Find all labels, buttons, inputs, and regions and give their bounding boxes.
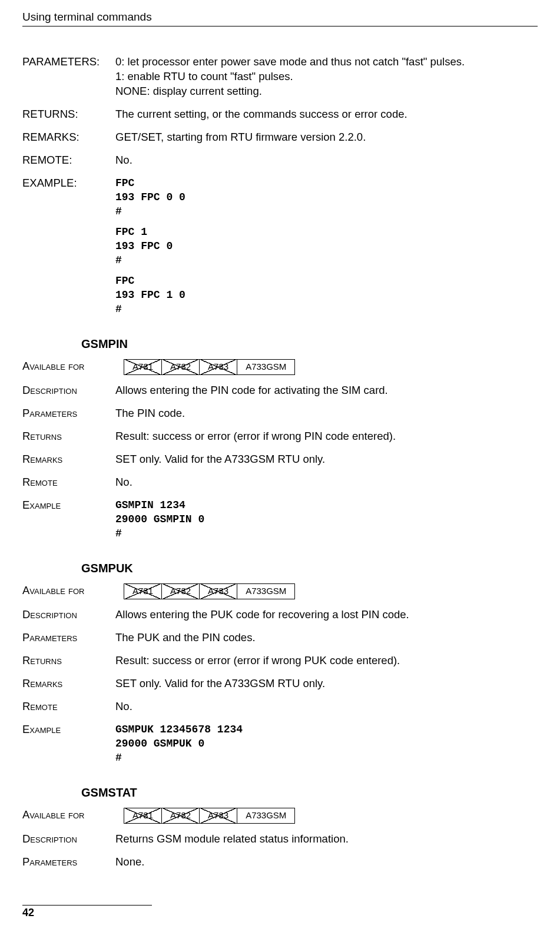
gsmpuk-remarks-value: SET only. Valid for the A733GSM RTU only…	[115, 676, 538, 691]
model-a733-cell: A733	[200, 584, 237, 598]
gsmpuk-remote-row: Remote No.	[22, 699, 538, 714]
gsmstat-parameters-value: None.	[115, 855, 538, 870]
gsmpin-returns-row: Returns Result: success or error (error …	[22, 429, 538, 444]
gsmstat-parameters-row: Parameters None.	[22, 855, 538, 870]
model-a733gsm-cell: A733GSM	[237, 584, 294, 598]
label-parameters: PARAMETERS:	[22, 55, 115, 69]
model-a731-cell: A731	[124, 360, 162, 374]
label-parameters-sc: Parameters	[22, 631, 115, 645]
label-returns: RETURNS:	[22, 107, 115, 122]
gsmstat-available-value: A731 A732 A733 A733GSM	[115, 808, 538, 823]
model-a732-cell: A732	[162, 360, 200, 374]
label-remote-sc: Remote	[22, 475, 115, 490]
fpc-remarks-row: REMARKS: GET/SET, starting from RTU firm…	[22, 130, 538, 145]
gsmstat-description-row: Description Returns GSM module related s…	[22, 832, 538, 847]
model-a731-cell: A731	[124, 584, 162, 598]
gsmpuk-returns-value: Result: success or error (error if wrong…	[115, 654, 538, 668]
gsmpuk-description-row: Description Allows entering the PUK code…	[22, 608, 538, 622]
model-table: A731 A732 A733 A733GSM	[124, 808, 295, 823]
model-table: A731 A732 A733 A733GSM	[124, 359, 295, 374]
label-parameters-sc: Parameters	[22, 406, 115, 421]
model-a733-cell: A733	[200, 808, 237, 822]
gsmpuk-available-row: Available for A731 A732 A733 A733GSM	[22, 583, 538, 599]
gsmstat-description-value: Returns GSM module related status inform…	[115, 832, 538, 847]
label-example-sc: Example	[22, 498, 115, 513]
label-example: EXAMPLE:	[22, 176, 115, 191]
fpc-remote-value: No.	[115, 153, 538, 168]
gsmpuk-available-value: A731 A732 A733 A733GSM	[115, 583, 538, 599]
label-description: Description	[22, 383, 115, 398]
fpc-remarks-value: GET/SET, starting from RTU firmware vers…	[115, 130, 538, 145]
model-a732-cell: A732	[162, 584, 200, 598]
model-table: A731 A732 A733 A733GSM	[124, 583, 295, 599]
gsmpin-parameters-value: The PIN code.	[115, 406, 538, 421]
fpc-example-value: FPC 193 FPC 0 0 # FPC 1 193 FPC 0 # FPC …	[115, 176, 538, 317]
gsmpuk-heading: GSMPUK	[81, 562, 538, 575]
label-parameters-sc: Parameters	[22, 855, 115, 870]
fpc-example-block-1: FPC 193 FPC 0 0 #	[115, 176, 538, 219]
footer-rule	[22, 905, 152, 906]
fpc-example-block-3: FPC 193 FPC 1 0 #	[115, 274, 538, 317]
model-a733-cell: A733	[200, 360, 237, 374]
label-returns-sc: Returns	[22, 429, 115, 444]
gsmpin-remarks-row: Remarks SET only. Valid for the A733GSM …	[22, 452, 538, 467]
label-available-for: Available for	[22, 583, 115, 598]
gsmpuk-example-row: Example GSMPUK 12345678 1234 29000 GSMPU…	[22, 722, 538, 765]
model-a733gsm-cell: A733GSM	[237, 360, 294, 374]
gsmpin-example-value: GSMPIN 1234 29000 GSMPIN 0 #	[115, 498, 538, 541]
gsmpuk-returns-row: Returns Result: success or error (error …	[22, 654, 538, 668]
fpc-parameters-value: 0: let processor enter power save mode a…	[115, 55, 538, 99]
label-remarks-sc: Remarks	[22, 452, 115, 467]
gsmstat-heading: GSMSTAT	[81, 786, 538, 800]
label-description: Description	[22, 608, 115, 622]
fpc-remote-row: REMOTE: No.	[22, 153, 538, 168]
gsmpin-heading: GSMPIN	[81, 337, 538, 351]
gsmpin-available-row: Available for A731 A732 A733 A733GSM	[22, 359, 538, 374]
gsmpin-available-value: A731 A732 A733 A733GSM	[115, 359, 538, 374]
gsmpin-example-block: GSMPIN 1234 29000 GSMPIN 0 #	[115, 498, 538, 541]
gsmpin-example-row: Example GSMPIN 1234 29000 GSMPIN 0 #	[22, 498, 538, 541]
page-container: Using terminal commands PARAMETERS: 0: l…	[0, 0, 560, 930]
gsmpin-description-row: Description Allows entering the PIN code…	[22, 383, 538, 398]
label-returns-sc: Returns	[22, 654, 115, 668]
gsmpin-remote-row: Remote No.	[22, 475, 538, 490]
label-remarks: REMARKS:	[22, 130, 115, 145]
gsmpuk-remote-value: No.	[115, 699, 538, 714]
label-description: Description	[22, 832, 115, 847]
gsmpuk-description-value: Allows entering the PUK code for recover…	[115, 608, 538, 622]
label-remote: REMOTE:	[22, 153, 115, 168]
fpc-example-block-2: FPC 1 193 FPC 0 #	[115, 225, 538, 268]
gsmpin-parameters-row: Parameters The PIN code.	[22, 406, 538, 421]
label-remote-sc: Remote	[22, 699, 115, 714]
gsmpin-description-value: Allows entering the PIN code for activat…	[115, 383, 538, 398]
gsmpuk-example-block: GSMPUK 12345678 1234 29000 GSMPUK 0 #	[115, 722, 538, 765]
page-header-title: Using terminal commands	[22, 11, 538, 26]
fpc-example-row: EXAMPLE: FPC 193 FPC 0 0 # FPC 1 193 FPC…	[22, 176, 538, 317]
gsmpuk-example-value: GSMPUK 12345678 1234 29000 GSMPUK 0 #	[115, 722, 538, 765]
label-remarks-sc: Remarks	[22, 676, 115, 691]
gsmpin-remote-value: No.	[115, 475, 538, 490]
fpc-returns-row: RETURNS: The current setting, or the com…	[22, 107, 538, 122]
label-available-for: Available for	[22, 359, 115, 374]
fpc-returns-value: The current setting, or the commands suc…	[115, 107, 538, 122]
model-a733gsm-cell: A733GSM	[237, 808, 294, 822]
gsmpuk-parameters-row: Parameters The PUK and the PIN codes.	[22, 631, 538, 645]
gsmstat-available-row: Available for A731 A732 A733 A733GSM	[22, 808, 538, 823]
gsmpin-returns-value: Result: success or error (error if wrong…	[115, 429, 538, 444]
fpc-parameters-row: PARAMETERS: 0: let processor enter power…	[22, 55, 538, 99]
label-example-sc: Example	[22, 722, 115, 737]
page-number: 42	[22, 907, 538, 919]
label-available-for: Available for	[22, 808, 115, 822]
model-a731-cell: A731	[124, 808, 162, 822]
model-a732-cell: A732	[162, 808, 200, 822]
gsmpin-remarks-value: SET only. Valid for the A733GSM RTU only…	[115, 452, 538, 467]
gsmpuk-remarks-row: Remarks SET only. Valid for the A733GSM …	[22, 676, 538, 691]
gsmpuk-parameters-value: The PUK and the PIN codes.	[115, 631, 538, 645]
